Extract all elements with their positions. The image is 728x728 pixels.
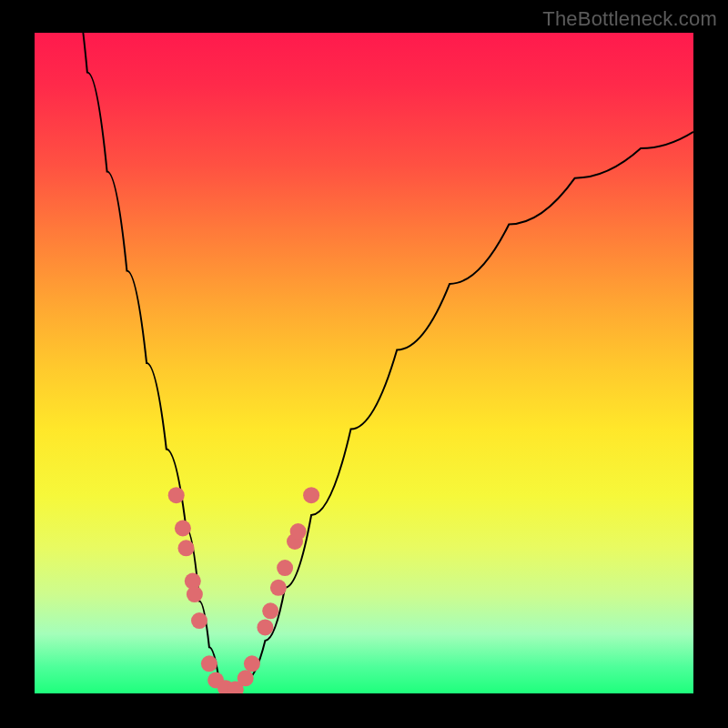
curve-marker	[175, 521, 191, 537]
watermark-text: TheBottleneck.com	[542, 7, 717, 31]
curve-marker	[257, 619, 273, 635]
curve-marker	[191, 612, 207, 629]
curve-marker	[168, 487, 185, 503]
curve-marker	[238, 670, 254, 686]
bottleneck-curve	[35, 33, 693, 693]
plot-area	[35, 33, 693, 693]
curve-marker	[244, 655, 260, 672]
curve-marker	[187, 586, 203, 602]
curve-marker	[303, 487, 319, 503]
curve-marker	[270, 580, 287, 596]
curve-path	[67, 33, 693, 690]
curve-marker	[178, 540, 195, 556]
curve-marker	[262, 602, 278, 619]
curve-marker	[201, 655, 217, 672]
curve-marker	[277, 560, 293, 576]
curve-marker	[290, 523, 307, 540]
